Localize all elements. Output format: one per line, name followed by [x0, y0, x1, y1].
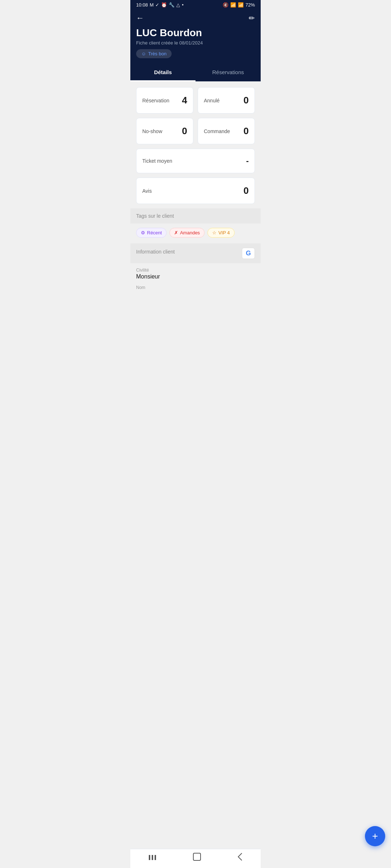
- shield-icon: △: [176, 2, 180, 8]
- smiley-icon: ☺: [141, 51, 146, 56]
- tabs: Détails Réservations: [130, 64, 261, 81]
- google-icon: G: [246, 250, 251, 257]
- gmail-icon: M: [150, 2, 154, 8]
- check-icon: ✓: [155, 2, 159, 8]
- tag-vip-label: VIP 4: [218, 230, 230, 235]
- tags-row: ⚙ Récent ✗ Amandes ☆ VIP 4: [136, 228, 255, 239]
- header: ← ✏ LUC Bourdon Fiche client créée le 08…: [130, 10, 261, 64]
- stat-reservation-label: Réservation: [142, 98, 169, 103]
- back-button[interactable]: ←: [136, 13, 144, 23]
- content: Réservation 4 Annulé 0 No-show 0 Command…: [130, 81, 261, 301]
- stat-noshow-value: 0: [182, 125, 187, 137]
- nom-label: Nom: [136, 285, 255, 290]
- header-top: ← ✏: [136, 13, 255, 23]
- tags-section: Tags sur le client ⚙ Récent ✗ Amandes ☆ …: [136, 208, 255, 243]
- stat-ticket-label: Ticket moyen: [142, 158, 172, 164]
- battery: 72%: [245, 2, 255, 8]
- stat-noshow-label: No-show: [142, 128, 162, 134]
- mute-icon: 🔇: [223, 2, 228, 8]
- tag-recent-icon: ⚙: [141, 230, 145, 235]
- stat-reservation-value: 4: [182, 95, 187, 106]
- status-right: 🔇 📶 📶 72%: [223, 2, 255, 8]
- dot-icon: •: [182, 2, 184, 8]
- time: 10:08: [136, 2, 148, 8]
- created-date: Fiche client créée le 08/01/2024: [136, 40, 255, 46]
- tag-vip[interactable]: ☆ VIP 4: [207, 228, 235, 238]
- tag-vip-icon: ☆: [212, 230, 216, 235]
- stat-annule-label: Annulé: [204, 98, 220, 103]
- tab-reservations[interactable]: Réservations: [196, 64, 261, 81]
- edit-button[interactable]: ✏: [249, 14, 255, 22]
- tag-amandes-icon: ✗: [174, 230, 178, 235]
- stat-avis: Avis 0: [136, 178, 255, 204]
- stat-annule-value: 0: [244, 95, 249, 106]
- status-left: 10:08 M ✓ ⏰ 🔧 △ •: [136, 2, 184, 8]
- tag-amandes[interactable]: ✗ Amandes: [169, 228, 205, 238]
- stat-reservation: Réservation 4: [136, 87, 193, 114]
- wifi-icon: 📶: [230, 2, 236, 8]
- stats-grid: Réservation 4 Annulé 0 No-show 0 Command…: [136, 87, 255, 144]
- field-nom: Nom: [136, 285, 255, 290]
- tag-recent[interactable]: ⚙ Récent: [136, 228, 167, 238]
- alarm-icon: ⏰: [161, 2, 167, 8]
- tags-title: Tags sur le client: [136, 213, 174, 219]
- stat-ticket-moyen: Ticket moyen -: [136, 149, 255, 173]
- info-section: Information client G Civilité Monsieur N…: [136, 243, 255, 290]
- badge-label: Très bon: [148, 51, 167, 56]
- civilite-value: Monsieur: [136, 273, 255, 280]
- stat-commande-value: 0: [244, 125, 249, 137]
- rating-badge: ☺ Très bon: [136, 49, 172, 58]
- stat-avis-label: Avis: [142, 188, 152, 194]
- stat-ticket-value: -: [246, 156, 249, 166]
- stat-noshow: No-show 0: [136, 118, 193, 144]
- field-civilite: Civilité Monsieur: [136, 268, 255, 280]
- stat-commande: Commande 0: [198, 118, 255, 144]
- tags-header: Tags sur le client: [130, 208, 261, 224]
- wrench-icon: 🔧: [169, 2, 175, 8]
- info-header: Information client G: [130, 243, 261, 263]
- stat-annule: Annulé 0: [198, 87, 255, 114]
- status-bar: 10:08 M ✓ ⏰ 🔧 △ • 🔇 📶 📶 72%: [130, 0, 261, 10]
- signal-icon: 📶: [238, 2, 244, 8]
- tag-amandes-label: Amandes: [180, 230, 200, 235]
- stat-avis-value: 0: [244, 185, 249, 196]
- customer-name: LUC Bourdon: [136, 27, 255, 39]
- info-title: Information client: [136, 249, 175, 255]
- tag-recent-label: Récent: [147, 230, 162, 235]
- google-button[interactable]: G: [242, 248, 255, 259]
- stat-commande-label: Commande: [204, 128, 230, 134]
- tab-details[interactable]: Détails: [130, 64, 196, 81]
- civilite-label: Civilité: [136, 268, 255, 273]
